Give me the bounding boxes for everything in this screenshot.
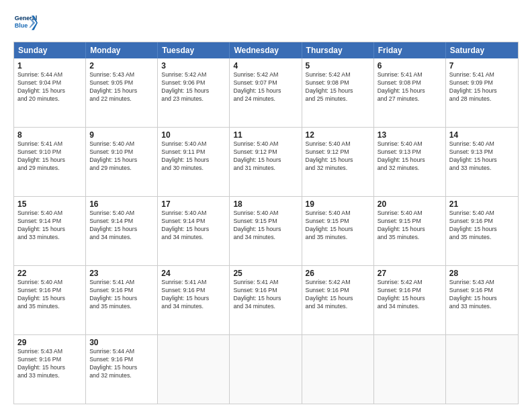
day-info: Sunrise: 5:40 AM Sunset: 9:14 PM Dayligh… [17, 210, 82, 242]
day-cell-18: 18Sunrise: 5:40 AM Sunset: 9:15 PM Dayli… [230, 197, 302, 265]
day-info: Sunrise: 5:43 AM Sunset: 9:16 PM Dayligh… [449, 279, 515, 311]
day-number: 20 [378, 199, 442, 209]
day-cell-10: 10Sunrise: 5:40 AM Sunset: 9:11 PM Dayli… [158, 128, 230, 196]
day-number: 3 [161, 61, 226, 71]
day-number: 10 [161, 130, 226, 140]
svg-text:Blue: Blue [15, 22, 28, 29]
day-info: Sunrise: 5:40 AM Sunset: 9:12 PM Dayligh… [306, 140, 370, 173]
day-info: Sunrise: 5:40 AM Sunset: 9:13 PM Dayligh… [378, 140, 442, 173]
day-number: 7 [449, 61, 515, 71]
day-cell-14: 14Sunrise: 5:40 AM Sunset: 9:13 PM Dayli… [446, 128, 518, 196]
header-cell-wednesday: Wednesday [230, 42, 302, 58]
day-cell-21: 21Sunrise: 5:40 AM Sunset: 9:16 PM Dayli… [446, 197, 518, 265]
day-info: Sunrise: 5:40 AM Sunset: 9:14 PM Dayligh… [89, 210, 154, 242]
day-info: Sunrise: 5:40 AM Sunset: 9:15 PM Dayligh… [378, 210, 442, 242]
day-info: Sunrise: 5:41 AM Sunset: 9:16 PM Dayligh… [89, 279, 154, 311]
day-info: Sunrise: 5:43 AM Sunset: 9:05 PM Dayligh… [89, 71, 154, 103]
day-info: Sunrise: 5:42 AM Sunset: 9:16 PM Dayligh… [378, 279, 442, 311]
logo: General Blue [13, 11, 38, 35]
day-info: Sunrise: 5:44 AM Sunset: 9:04 PM Dayligh… [17, 71, 82, 103]
day-number: 23 [89, 269, 154, 278]
header-cell-sunday: Sunday [14, 42, 86, 58]
day-number: 17 [161, 199, 226, 209]
day-info: Sunrise: 5:43 AM Sunset: 9:16 PM Dayligh… [17, 348, 82, 380]
day-info: Sunrise: 5:42 AM Sunset: 9:08 PM Dayligh… [306, 71, 370, 103]
day-number: 30 [89, 338, 154, 347]
day-info: Sunrise: 5:40 AM Sunset: 9:16 PM Dayligh… [17, 279, 82, 311]
day-info: Sunrise: 5:42 AM Sunset: 9:07 PM Dayligh… [233, 71, 298, 103]
day-number: 16 [89, 199, 154, 209]
day-info: Sunrise: 5:40 AM Sunset: 9:15 PM Dayligh… [233, 210, 298, 242]
day-cell-11: 11Sunrise: 5:40 AM Sunset: 9:12 PM Dayli… [230, 128, 302, 196]
day-cell-6: 6Sunrise: 5:41 AM Sunset: 9:08 PM Daylig… [374, 58, 446, 127]
day-cell-15: 15Sunrise: 5:40 AM Sunset: 9:14 PM Dayli… [14, 197, 86, 265]
day-number: 9 [89, 130, 154, 140]
calendar-week-2: 15Sunrise: 5:40 AM Sunset: 9:14 PM Dayli… [14, 197, 518, 266]
calendar-week-3: 22Sunrise: 5:40 AM Sunset: 9:16 PM Dayli… [14, 266, 518, 335]
day-cell-empty [446, 335, 518, 404]
day-number: 11 [233, 130, 298, 140]
day-cell-23: 23Sunrise: 5:41 AM Sunset: 9:16 PM Dayli… [86, 266, 158, 334]
day-cell-empty [158, 335, 230, 404]
day-info: Sunrise: 5:40 AM Sunset: 9:16 PM Dayligh… [449, 210, 515, 242]
day-cell-4: 4Sunrise: 5:42 AM Sunset: 9:07 PM Daylig… [230, 58, 302, 127]
day-cell-7: 7Sunrise: 5:41 AM Sunset: 9:09 PM Daylig… [446, 58, 518, 127]
day-number: 28 [449, 269, 515, 278]
day-cell-5: 5Sunrise: 5:42 AM Sunset: 9:08 PM Daylig… [302, 58, 374, 127]
day-info: Sunrise: 5:40 AM Sunset: 9:15 PM Dayligh… [306, 210, 370, 242]
day-info: Sunrise: 5:41 AM Sunset: 9:08 PM Dayligh… [378, 71, 442, 103]
day-info: Sunrise: 5:40 AM Sunset: 9:12 PM Dayligh… [233, 140, 298, 173]
day-number: 29 [17, 338, 82, 347]
header: General Blue [13, 11, 519, 35]
day-number: 25 [233, 269, 298, 278]
day-info: Sunrise: 5:40 AM Sunset: 9:10 PM Dayligh… [89, 140, 154, 173]
day-number: 13 [378, 130, 442, 140]
day-number: 2 [89, 61, 154, 71]
page: General Blue SundayMondayTuesdayWednesda… [0, 0, 532, 411]
header-cell-monday: Monday [86, 42, 158, 58]
day-cell-2: 2Sunrise: 5:43 AM Sunset: 9:05 PM Daylig… [86, 58, 158, 127]
day-cell-24: 24Sunrise: 5:41 AM Sunset: 9:16 PM Dayli… [158, 266, 230, 334]
day-number: 8 [17, 130, 82, 140]
day-cell-13: 13Sunrise: 5:40 AM Sunset: 9:13 PM Dayli… [374, 128, 446, 196]
day-info: Sunrise: 5:41 AM Sunset: 9:09 PM Dayligh… [449, 71, 515, 103]
day-info: Sunrise: 5:41 AM Sunset: 9:16 PM Dayligh… [161, 279, 226, 311]
day-cell-28: 28Sunrise: 5:43 AM Sunset: 9:16 PM Dayli… [446, 266, 518, 334]
day-cell-9: 9Sunrise: 5:40 AM Sunset: 9:10 PM Daylig… [86, 128, 158, 196]
day-number: 6 [378, 61, 442, 71]
day-info: Sunrise: 5:40 AM Sunset: 9:11 PM Dayligh… [161, 140, 226, 173]
day-info: Sunrise: 5:41 AM Sunset: 9:10 PM Dayligh… [17, 140, 82, 173]
day-cell-20: 20Sunrise: 5:40 AM Sunset: 9:15 PM Dayli… [374, 197, 446, 265]
calendar-week-4: 29Sunrise: 5:43 AM Sunset: 9:16 PM Dayli… [14, 335, 518, 404]
day-number: 5 [306, 61, 370, 71]
day-number: 18 [233, 199, 298, 209]
header-cell-saturday: Saturday [446, 42, 518, 58]
calendar: SundayMondayTuesdayWednesdayThursdayFrid… [13, 42, 519, 404]
day-cell-12: 12Sunrise: 5:40 AM Sunset: 9:12 PM Dayli… [302, 128, 374, 196]
logo-icon: General Blue [13, 11, 38, 35]
day-number: 1 [17, 61, 82, 71]
calendar-week-0: 1Sunrise: 5:44 AM Sunset: 9:04 PM Daylig… [14, 58, 518, 128]
day-number: 14 [449, 130, 515, 140]
day-number: 27 [378, 269, 442, 278]
header-cell-tuesday: Tuesday [158, 42, 230, 58]
day-cell-17: 17Sunrise: 5:40 AM Sunset: 9:14 PM Dayli… [158, 197, 230, 265]
day-cell-29: 29Sunrise: 5:43 AM Sunset: 9:16 PM Dayli… [14, 335, 86, 404]
day-cell-1: 1Sunrise: 5:44 AM Sunset: 9:04 PM Daylig… [14, 58, 86, 127]
header-cell-thursday: Thursday [302, 42, 374, 58]
day-number: 19 [306, 199, 370, 209]
day-number: 4 [233, 61, 298, 71]
day-cell-30: 30Sunrise: 5:44 AM Sunset: 9:16 PM Dayli… [86, 335, 158, 404]
day-info: Sunrise: 5:40 AM Sunset: 9:14 PM Dayligh… [161, 210, 226, 242]
calendar-week-1: 8Sunrise: 5:41 AM Sunset: 9:10 PM Daylig… [14, 128, 518, 197]
day-number: 21 [449, 199, 515, 209]
day-info: Sunrise: 5:42 AM Sunset: 9:06 PM Dayligh… [161, 71, 226, 103]
day-cell-19: 19Sunrise: 5:40 AM Sunset: 9:15 PM Dayli… [302, 197, 374, 265]
day-number: 12 [306, 130, 370, 140]
day-info: Sunrise: 5:42 AM Sunset: 9:16 PM Dayligh… [306, 279, 370, 311]
calendar-body: 1Sunrise: 5:44 AM Sunset: 9:04 PM Daylig… [14, 58, 518, 404]
day-cell-16: 16Sunrise: 5:40 AM Sunset: 9:14 PM Dayli… [86, 197, 158, 265]
day-info: Sunrise: 5:40 AM Sunset: 9:13 PM Dayligh… [449, 140, 515, 173]
day-number: 15 [17, 199, 82, 209]
day-number: 22 [17, 269, 82, 278]
